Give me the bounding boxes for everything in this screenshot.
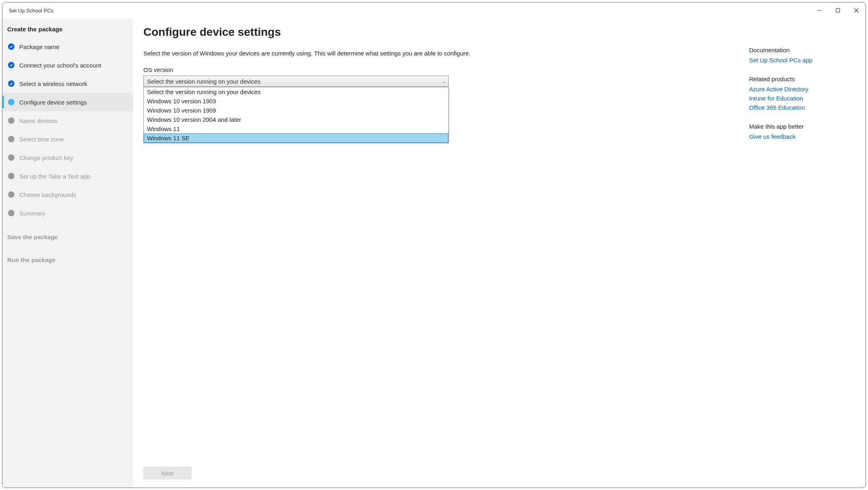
window-controls — [810, 2, 866, 18]
sidebar-item-label: Choose backgrounds — [19, 191, 76, 198]
window-title: Set Up School PCs — [9, 8, 53, 14]
sidebar-item-label: Name devices — [19, 117, 57, 124]
circle-icon — [8, 210, 14, 216]
chevron-down-icon: ⌄ — [443, 79, 446, 84]
sidebar-section-save: Save the package — [2, 234, 133, 245]
os-version-selected-value: Select the version running on your devic… — [147, 78, 261, 85]
related-link-0[interactable]: Azure Active Directory — [749, 86, 854, 92]
sidebar-section-run: Run the package — [2, 256, 133, 268]
sidebar-item-6: Change product key — [2, 148, 133, 167]
os-version-option-0[interactable]: Select the version running on your devic… — [144, 87, 448, 96]
checkmark-icon — [8, 80, 14, 87]
circle-icon — [8, 136, 14, 142]
checkmark-icon — [8, 43, 14, 50]
next-button[interactable]: Next — [143, 467, 192, 480]
maximize-button[interactable] — [829, 2, 847, 18]
os-version-label: OS version — [143, 66, 729, 73]
sidebar-item-0[interactable]: Package name — [2, 37, 133, 56]
page-description: Select the version of Windows your devic… — [143, 50, 729, 57]
svg-rect-1 — [836, 9, 840, 12]
page-title: Configure device settings — [143, 26, 729, 39]
svg-rect-0 — [817, 10, 821, 11]
sidebar-item-label: Select time zone — [19, 136, 64, 143]
sidebar-item-label: Connect your school's account — [19, 62, 101, 69]
sidebar-item-label: Package name — [19, 43, 59, 50]
sidebar-section-create: Create the package — [2, 26, 133, 37]
app-window: Set Up School PCs Create the package Pac… — [2, 2, 866, 488]
sidebar-item-label: Configure device settings — [19, 99, 87, 106]
os-version-option-2[interactable]: Windows 10 version 1909 — [144, 106, 448, 115]
os-version-option-5[interactable]: Windows 11 SE — [144, 133, 448, 143]
sidebar-item-9: Summary — [2, 204, 133, 222]
right-rail: Documentation Set Up School PCs app Rela… — [745, 18, 866, 488]
close-button[interactable] — [847, 2, 866, 18]
sidebar-item-1[interactable]: Connect your school's account — [2, 56, 133, 74]
sidebar: Create the package Package nameConnect y… — [2, 18, 133, 488]
sidebar-item-7: Set up the Take a Test app — [2, 167, 133, 185]
feedback-link-0[interactable]: Give us feedback — [749, 133, 854, 140]
related-link-1[interactable]: Intune for Education — [749, 95, 854, 102]
documentation-link-0[interactable]: Set Up School PCs app — [749, 57, 854, 64]
related-link-2[interactable]: Office 365 Education — [749, 104, 854, 111]
os-version-select[interactable]: Select the version running on your devic… — [143, 76, 449, 87]
circle-icon — [8, 191, 14, 198]
sidebar-item-3[interactable]: Configure device settings — [2, 93, 133, 111]
circle-icon — [8, 99, 14, 105]
feedback-heading: Make this app better — [749, 123, 854, 130]
os-version-dropdown[interactable]: Select the version running on your devic… — [143, 87, 449, 143]
sidebar-item-label: Select a wireless network — [19, 80, 87, 87]
sidebar-item-label: Change product key — [19, 154, 73, 161]
os-version-option-1[interactable]: Windows 10 version 1903 — [144, 96, 448, 106]
sidebar-item-8: Choose backgrounds — [2, 185, 133, 204]
related-products-heading: Related products — [749, 76, 854, 82]
sidebar-item-label: Set up the Take a Test app — [19, 173, 90, 180]
sidebar-item-5: Select time zone — [2, 130, 133, 148]
sidebar-item-4: Name devices — [2, 111, 133, 130]
checkmark-icon — [8, 62, 14, 68]
os-version-option-4[interactable]: Windows 11 — [144, 124, 448, 133]
sidebar-item-label: Summary — [19, 210, 45, 217]
documentation-heading: Documentation — [749, 47, 854, 53]
circle-icon — [8, 117, 14, 124]
minimize-button[interactable] — [810, 2, 829, 18]
circle-icon — [8, 154, 14, 161]
sidebar-item-2[interactable]: Select a wireless network — [2, 74, 133, 93]
circle-icon — [8, 173, 14, 179]
title-bar: Set Up School PCs — [2, 2, 866, 18]
main-content: Configure device settings Select the ver… — [133, 18, 745, 488]
os-version-option-3[interactable]: Windows 10 version 2004 and later — [144, 115, 448, 124]
